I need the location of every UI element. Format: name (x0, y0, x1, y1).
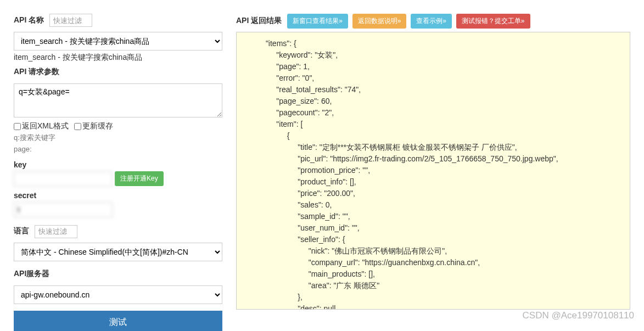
report-button[interactable]: 测试报错？提交工单» (456, 14, 530, 29)
lang-label: 语言 (14, 226, 29, 236)
api-params-label: API 请求参数 (14, 67, 59, 77)
data-desc-button[interactable]: 返回数据说明» (352, 14, 407, 29)
chk-xml[interactable] (14, 123, 21, 130)
server-label: API服务器 (14, 269, 49, 279)
server-select[interactable]: api-gw.onebound.cn (14, 285, 222, 304)
new-window-button[interactable]: 新窗口查看结果» (287, 14, 348, 29)
left-panel: API 名称 item_search - 按关键字搜索china商品 item_… (14, 14, 222, 331)
hint-q: q:搜索关键字 (14, 132, 222, 143)
chk-cache[interactable] (74, 123, 81, 130)
chk-cache-label[interactable]: 更新缓存 (74, 121, 113, 130)
api-name-subtext: item_search - 按关键字搜索china商品 (14, 53, 222, 63)
lang-select[interactable]: 简体中文 - Chinese Simplified(中文[简体])#zh-CN (14, 243, 222, 261)
right-panel: API 返回结果 新窗口查看结果» 返回数据说明» 查看示例» 测试报错？提交工… (236, 14, 630, 331)
chk-xml-text: 返回XML格式 (22, 121, 69, 130)
api-name-select[interactable]: item_search - 按关键字搜索china商品 (14, 32, 222, 51)
result-json: "items": { "keyword": "女装", "page": 1, "… (244, 39, 558, 310)
lang-filter[interactable] (35, 225, 77, 238)
api-name-filter[interactable] (49, 14, 92, 27)
example-button[interactable]: 查看示例» (411, 14, 452, 29)
hint-page: page: (14, 144, 222, 155)
api-name-label: API 名称 (14, 15, 44, 25)
api-params-textarea[interactable] (14, 83, 222, 117)
key-input[interactable] (14, 171, 113, 187)
register-key-button[interactable]: 注册开通Key (115, 171, 164, 186)
test-button[interactable]: 测试 (14, 311, 222, 331)
secret-input[interactable] (14, 202, 113, 217)
result-title: API 返回结果 (236, 16, 282, 25)
chk-xml-label[interactable]: 返回XML格式 (14, 121, 69, 130)
chk-cache-text: 更新缓存 (82, 121, 113, 130)
result-box[interactable]: "items": { "keyword": "女装", "page": 1, "… (236, 32, 630, 310)
secret-label: secret (14, 191, 36, 200)
key-label: key (14, 160, 26, 169)
